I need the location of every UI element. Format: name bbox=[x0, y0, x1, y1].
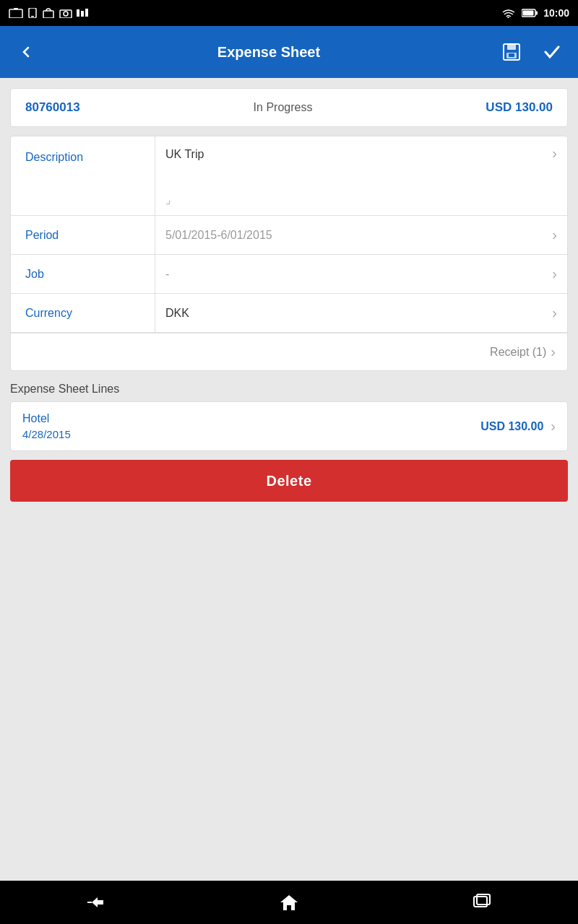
check-button[interactable] bbox=[538, 38, 566, 66]
expense-id: 80760013 bbox=[25, 100, 80, 115]
expense-item-name: Hotel bbox=[22, 412, 71, 425]
receipt-chevron-icon: › bbox=[551, 344, 556, 360]
camera-icon bbox=[59, 8, 72, 18]
expense-item-amount: USD 130.00 bbox=[480, 420, 543, 433]
clock: 10:00 bbox=[543, 7, 569, 19]
period-label: Period bbox=[11, 216, 155, 254]
svg-rect-12 bbox=[536, 12, 538, 15]
receipt-row[interactable]: Receipt (1) › bbox=[11, 333, 567, 370]
status-bar-right-icons: 10:00 bbox=[501, 7, 569, 19]
bars-icon bbox=[77, 8, 88, 18]
period-chevron-icon: › bbox=[552, 227, 557, 243]
period-row[interactable]: Period 5/01/2015-6/01/2015 › bbox=[11, 216, 567, 255]
svg-rect-1 bbox=[14, 8, 18, 9]
delete-button[interactable]: Delete bbox=[10, 460, 568, 502]
back-button[interactable] bbox=[12, 38, 40, 66]
expense-line-item[interactable]: Hotel 4/28/2015 USD 130.00 › bbox=[10, 401, 568, 451]
header-title: Expense Sheet bbox=[40, 44, 497, 61]
svg-rect-0 bbox=[9, 9, 22, 18]
description-chevron-icon: › bbox=[552, 145, 557, 162]
description-value: UK Trip bbox=[165, 145, 204, 161]
receipt-link[interactable]: Receipt (1) › bbox=[490, 344, 556, 360]
status-bar: 10:00 bbox=[0, 0, 578, 26]
summary-bar: 80760013 In Progress USD 130.00 bbox=[10, 88, 568, 127]
period-field[interactable]: 5/01/2015-6/01/2015 › bbox=[155, 216, 567, 254]
description-field[interactable]: UK Trip › ⌟ bbox=[155, 136, 567, 215]
currency-value: DKK bbox=[165, 307, 189, 320]
wifi-icon bbox=[501, 8, 516, 18]
svg-rect-9 bbox=[85, 9, 88, 17]
svg-rect-4 bbox=[43, 11, 53, 18]
nav-recents-button[interactable] bbox=[460, 888, 504, 917]
resize-handle-icon: ⌟ bbox=[165, 193, 171, 206]
receipt-label: Receipt (1) bbox=[490, 346, 546, 359]
currency-label: Currency bbox=[11, 294, 155, 332]
svg-rect-7 bbox=[77, 9, 79, 17]
expense-form-card: Description UK Trip › ⌟ Period 5/01/2015… bbox=[10, 136, 568, 371]
expense-status: In Progress bbox=[254, 101, 313, 114]
svg-rect-8 bbox=[81, 11, 84, 17]
bag-icon bbox=[42, 8, 55, 18]
description-label: Description bbox=[11, 136, 155, 215]
expense-lines-section-title: Expense Sheet Lines bbox=[0, 371, 578, 401]
bottom-nav bbox=[0, 881, 578, 924]
job-row[interactable]: Job - › bbox=[11, 255, 567, 294]
description-row[interactable]: Description UK Trip › ⌟ bbox=[11, 136, 567, 216]
job-chevron-icon: › bbox=[552, 266, 557, 282]
expense-amount: USD 130.00 bbox=[486, 100, 553, 115]
expense-item-chevron-icon: › bbox=[551, 418, 556, 435]
svg-rect-3 bbox=[31, 16, 34, 17]
job-value: - bbox=[165, 268, 169, 281]
period-value: 5/01/2015-6/01/2015 bbox=[165, 229, 272, 242]
svg-rect-17 bbox=[509, 53, 514, 57]
job-label: Job bbox=[11, 255, 155, 293]
svg-point-10 bbox=[507, 17, 509, 18]
nav-home-button[interactable] bbox=[267, 888, 311, 917]
currency-row[interactable]: Currency DKK › bbox=[11, 294, 567, 333]
expense-item-date: 4/28/2015 bbox=[22, 428, 71, 440]
battery-icon bbox=[522, 9, 538, 17]
screenshot-icon bbox=[9, 8, 23, 18]
phone-icon bbox=[27, 8, 38, 18]
nav-back-button[interactable] bbox=[74, 888, 118, 917]
save-button[interactable] bbox=[497, 38, 526, 66]
svg-rect-13 bbox=[523, 11, 534, 16]
expense-item-details: Hotel 4/28/2015 bbox=[22, 412, 71, 440]
expense-item-amount-section: USD 130.00 › bbox=[480, 418, 556, 435]
svg-rect-15 bbox=[507, 44, 516, 50]
status-bar-left-icons bbox=[9, 8, 88, 18]
currency-field[interactable]: DKK › bbox=[155, 294, 567, 332]
currency-chevron-icon: › bbox=[552, 305, 557, 321]
job-field[interactable]: - › bbox=[155, 255, 567, 293]
app-header: Expense Sheet bbox=[0, 26, 578, 78]
svg-point-6 bbox=[64, 12, 68, 16]
